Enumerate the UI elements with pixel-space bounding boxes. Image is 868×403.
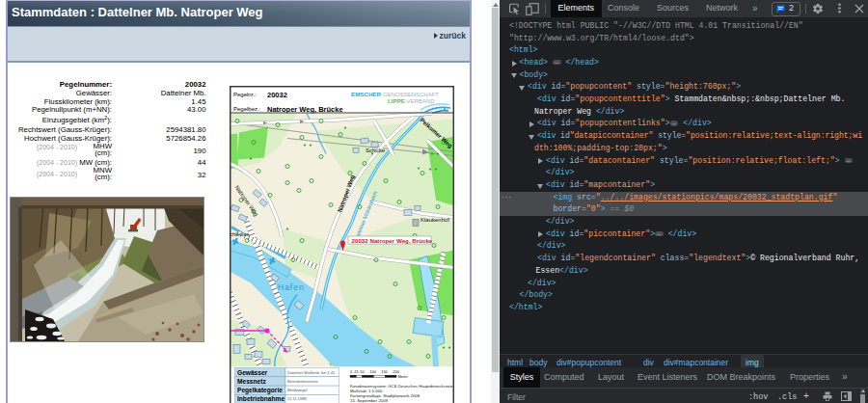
svg-text:Pegelbez.:: Pegelbez.: <box>233 106 261 112</box>
svg-text:Hafen: Hafen <box>278 282 305 292</box>
svg-text:Schleuse: Schleuse <box>230 231 250 237</box>
svg-text:Schulte: Schulte <box>366 148 386 153</box>
svg-text:Natroper Weg, Brücke: Natroper Weg, Brücke <box>267 105 343 114</box>
svg-text:LIPPE: LIPPE <box>388 97 405 104</box>
svg-text:12.11.1988: 12.11.1988 <box>287 396 307 401</box>
svg-text:Dattelner Mühlenb. km 1.45: Dattelner Mühlenb. km 1.45 <box>287 370 336 375</box>
svg-text:15. September 2009: 15. September 2009 <box>350 398 389 403</box>
svg-text:Inbetriebnahme: Inbetriebnahme <box>237 395 285 402</box>
svg-text:25: 25 <box>354 369 359 374</box>
svg-text:EMSCHER: EMSCHER <box>351 91 381 97</box>
svg-text:Pegelnr.:: Pegelnr.: <box>233 92 257 97</box>
svg-text:Meldepegel: Meldepegel <box>287 388 308 392</box>
svg-text:50: 50 <box>360 369 365 374</box>
svg-text:Betriebsmessnetz: Betriebsmessnetz <box>287 379 318 384</box>
svg-text:Klaukenhof: Klaukenhof <box>420 217 449 223</box>
svg-text:Messnetz: Messnetz <box>237 378 266 385</box>
svg-text:20032 Natroper Weg, Brücke: 20032 Natroper Weg, Brücke <box>352 237 433 244</box>
svg-text:100: 100 <box>369 369 376 374</box>
svg-text:Meter: Meter <box>398 374 409 379</box>
svg-text:VERBAND: VERBAND <box>407 98 436 104</box>
svg-text:Gewässer: Gewässer <box>237 369 268 376</box>
svg-text:Pegelkategorie: Pegelkategorie <box>237 387 283 394</box>
svg-text:150: 150 <box>381 369 388 374</box>
svg-text:20032: 20032 <box>267 91 287 99</box>
